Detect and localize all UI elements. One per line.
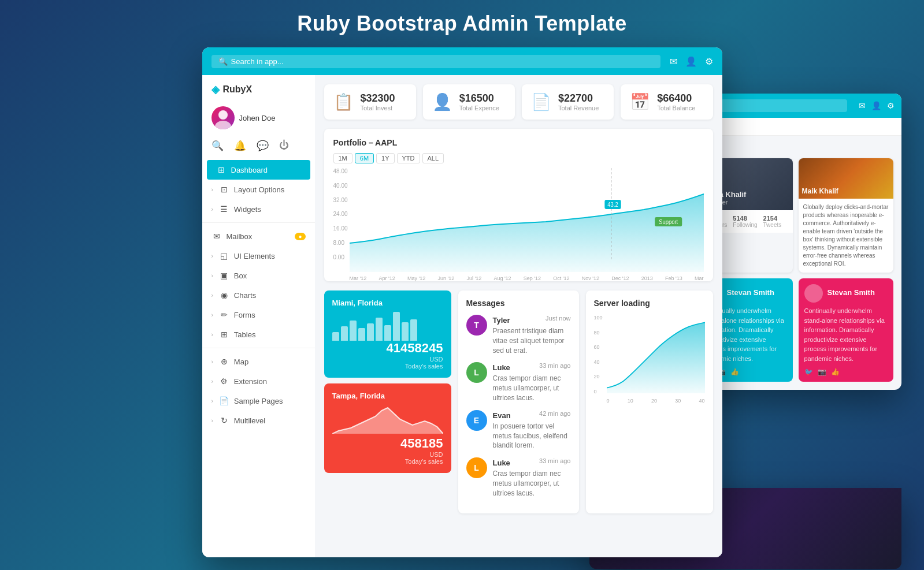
maik-photo: Maik Khalif [799, 158, 893, 199]
filter-6m[interactable]: 6M [355, 153, 374, 163]
tables-icon: ⊞ [219, 330, 229, 339]
balance-icon: 📅 [630, 92, 650, 111]
search-bar[interactable]: 🔍 Search in app... [211, 55, 660, 68]
sidebar-chat-icon[interactable]: 💬 [257, 140, 269, 152]
revenue-label: Total Revenue [558, 105, 599, 111]
revenue-value: $22700 [558, 92, 599, 105]
second-gear-icon[interactable]: ⚙ [887, 101, 895, 110]
bar [410, 319, 417, 341]
user-icon[interactable]: 👤 [685, 56, 697, 67]
sidebar-item-forms[interactable]: › ✏ Forms [202, 305, 315, 325]
main-content: 📋 $32300 Total Invest 👤 $16500 Total Exp… [315, 75, 722, 557]
tweets-lbl: Tweets [763, 222, 782, 228]
sidebar-item-multilevel[interactable]: › ↻ Multilevel [202, 411, 315, 430]
box-icon: ▣ [219, 271, 229, 280]
map-col: Miami, Florida [324, 290, 451, 513]
tyler-text: Praesent tristique diam vitae est alique… [493, 326, 571, 355]
bar [332, 332, 339, 341]
sidebar-item-label: Box [234, 271, 247, 280]
balance-value: $66400 [657, 92, 695, 105]
luke-name: Luke [493, 363, 510, 372]
sidebar-bell-icon[interactable]: 🔔 [234, 140, 246, 152]
instagram-icon[interactable]: 📷 [818, 368, 826, 376]
messages-col: Messages T TylerJust now Praesent tristi… [458, 290, 579, 513]
luke-time: 33 min ago [539, 362, 570, 369]
sidebar-item-sample[interactable]: › 📄 Sample Pages [202, 391, 315, 411]
avatar [211, 106, 235, 129]
bar [402, 322, 409, 341]
sidebar-item-label: Mailbox [227, 232, 253, 241]
logo-text: RubyX [223, 84, 253, 95]
message-item-tyler: T TylerJust now Praesent tristique diam … [466, 315, 571, 355]
sidebar-item-dashboard[interactable]: ⊞ Dashboard [207, 160, 310, 180]
search-placeholder: Search in app... [231, 57, 284, 66]
server-chart-svg [594, 315, 705, 396]
sidebar-search-icon[interactable]: 🔍 [211, 140, 224, 152]
gear-icon[interactable]: ⚙ [705, 56, 713, 67]
tampa-label: Today's sales [332, 458, 443, 465]
chart-y-labels: 48.00 40.00 32.00 24.00 16.00 8.00 0.00 [333, 168, 350, 260]
facebook-icon[interactable]: 👍 [730, 368, 739, 376]
sidebar-item-widgets[interactable]: › ☰ Widgets [202, 199, 315, 219]
main-window: 🔍 Search in app... ✉ 👤 ⚙ ◈ RubyX [202, 47, 722, 557]
sidebar-item-charts[interactable]: › ◉ Charts [202, 285, 315, 305]
invest-label: Total Invest [361, 105, 395, 111]
ui-icon: ◱ [219, 251, 229, 260]
sidebar-item-mailbox[interactable]: ✉ Mailbox ● [202, 226, 315, 246]
following-num: 5148 [733, 215, 757, 222]
expence-icon: 👤 [432, 92, 452, 111]
page-title: Ruby Bootstrap Admin Template [297, 12, 627, 36]
second-mail-icon[interactable]: ✉ [859, 101, 866, 110]
sidebar-item-extension[interactable]: › ⚙ Extension [202, 371, 315, 391]
chart-filters: 1M 6M 1Y YTD ALL [333, 153, 704, 163]
sidebar: ◈ RubyX Johen Doe 🔍 � [202, 75, 315, 557]
luke2-name: Luke [493, 459, 510, 467]
sidebar-item-box[interactable]: › ▣ Box [202, 266, 315, 285]
svg-point-0 [218, 110, 228, 120]
sidebar-divider-2 [202, 348, 315, 348]
sidebar-item-label: Map [234, 357, 248, 366]
sidebar-power-icon[interactable]: ⏻ [279, 140, 289, 152]
sidebar-item-map[interactable]: › ⊕ Map [202, 352, 315, 371]
mail-icon[interactable]: ✉ [670, 56, 677, 67]
filter-1y[interactable]: 1Y [376, 153, 394, 163]
logo-icon: ◈ [211, 83, 220, 96]
screenshots-container: 🔍 Search in app... ✉ 👤 ⚙ ◈ RubyX [58, 47, 867, 557]
message-item-evan: E Evan42 min ago In posuere tortor vel m… [466, 410, 571, 450]
second-user-icon[interactable]: 👤 [871, 101, 881, 110]
sidebar-item-layout[interactable]: › ⊡ Layout Options [202, 180, 315, 199]
sidebar-item-label: Multilevel [234, 416, 265, 425]
sidebar-item-ui[interactable]: › ◱ UI Elements [202, 246, 315, 266]
miami-card: Miami, Florida [324, 290, 451, 378]
tyler-avatar: T [466, 315, 487, 336]
twitter-icon[interactable]: 🐦 [804, 368, 813, 376]
sidebar-item-tables[interactable]: › ⊞ Tables [202, 325, 315, 344]
chart-x-labels: Mar '12Apr '12May '12Jun '12Jul '12Aug '… [333, 275, 704, 281]
bar [376, 318, 383, 341]
sidebar-logo: ◈ RubyX [202, 75, 315, 100]
tampa-card: Tampa, Florida 458185 USD Today's sales [324, 383, 451, 473]
stevan-pink-name: Stevan Smith [827, 288, 875, 297]
message-item-luke2: L Luke33 min ago Cras tempor diam nec me… [466, 457, 571, 498]
stevan-pink-card: Stevan Smith Continually underwhelm stan… [799, 278, 893, 382]
arrow-icon: › [211, 418, 213, 424]
miami-label: Today's sales [332, 363, 443, 370]
luke2-text: Cras tempor diam nec metus ullamcorper, … [493, 469, 571, 498]
facebook-icon[interactable]: 👍 [831, 368, 840, 376]
arrow-icon: › [211, 378, 213, 385]
y-label: 48.00 [333, 168, 350, 174]
invest-value: $32300 [361, 92, 395, 105]
sidebar-item-label: Sample Pages [234, 397, 283, 405]
layout-icon: ⊡ [219, 185, 229, 194]
tampa-value: 458185 [332, 436, 443, 451]
tampa-currency: USD [332, 451, 443, 458]
balance-label: Total Balance [657, 105, 695, 111]
arrow-icon: › [211, 273, 213, 279]
filter-all[interactable]: ALL [422, 153, 444, 163]
arrow-icon: › [211, 398, 213, 404]
filter-1m[interactable]: 1M [333, 153, 352, 163]
mailbox-badge: ● [295, 233, 305, 240]
filter-ytd[interactable]: YTD [397, 153, 420, 163]
maik-name: Maik Khalif [802, 187, 838, 195]
miami-title: Miami, Florida [332, 299, 443, 307]
